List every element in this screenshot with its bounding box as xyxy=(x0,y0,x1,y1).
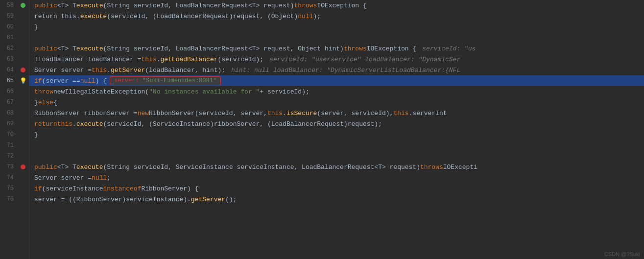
code-token: { xyxy=(53,99,57,106)
code-token: server = ((RibbonServer)serviceInstance)… xyxy=(34,196,191,203)
code-token: if xyxy=(34,185,42,192)
code-editor: 5859🔖60🔖6162🔖63🔖6465💡66🔖67🔖68🔖69🔖70🔖71🔖7… xyxy=(0,0,644,259)
line-number: 64 xyxy=(0,65,18,75)
code-token: "No instances available for " xyxy=(149,88,260,95)
code-token: <T> T xyxy=(57,2,76,9)
gutter-row: 71🔖 xyxy=(0,140,29,151)
bookmark-icon: 🔖 xyxy=(20,132,26,138)
code-line xyxy=(29,32,644,43)
line-number: 76 xyxy=(0,194,18,205)
debug-tooltip: server: "Suki-Eumenides:8081" xyxy=(110,76,221,85)
bookmark-icon: 🔖 xyxy=(20,13,26,19)
code-token: (server, serviceId), xyxy=(317,110,393,117)
code-token: + serviceId); xyxy=(260,88,309,95)
code-token: RibbonServer(serviceId, server, xyxy=(149,110,267,117)
line-number: 61 xyxy=(0,32,18,43)
code-token: return xyxy=(34,120,57,128)
code-token: public xyxy=(34,2,57,9)
error-icon xyxy=(21,165,25,169)
code-token: execute xyxy=(76,164,103,171)
breakpoint-icon[interactable] xyxy=(21,3,25,8)
line-number: 72 xyxy=(0,151,18,162)
code-token: (serviceInstance xyxy=(42,185,103,192)
code-token: } xyxy=(34,24,38,31)
code-line: } xyxy=(29,22,644,32)
code-line: RibbonServer ribbonServer = new RibbonSe… xyxy=(29,108,644,118)
code-token: execute xyxy=(76,2,103,9)
code-token: RibbonServer) { xyxy=(141,185,198,192)
code-token: ) { xyxy=(95,77,107,85)
code-line: public <T> T execute(String serviceId, S… xyxy=(29,162,644,172)
code-token: (serviceId); xyxy=(218,56,264,63)
code-token: throws xyxy=(420,164,443,171)
code-line: } else { xyxy=(29,97,644,108)
code-token: throws xyxy=(344,45,367,52)
code-token: (server == xyxy=(42,77,80,85)
code-line: return this.execute(serviceId, (LoadBala… xyxy=(29,11,644,22)
line-number: 58 xyxy=(0,0,18,11)
code-token: IOException { xyxy=(317,2,366,9)
gutter-row: 73 xyxy=(0,162,29,172)
bookmark-icon: 🔖 xyxy=(20,24,26,30)
bookmark-icon: 🔖 xyxy=(20,99,26,105)
code-token: null xyxy=(298,13,313,20)
gutter-row: 68🔖 xyxy=(0,108,29,118)
line-number: 66 xyxy=(0,86,18,97)
tooltip-value: "Suki-Eumenides:8081" xyxy=(143,77,216,84)
code-token: (String serviceId, ServiceInstance servi… xyxy=(103,164,420,171)
code-token: } xyxy=(34,131,38,139)
line-number: 74 xyxy=(0,172,18,183)
bulb-icon[interactable]: 💡 xyxy=(20,77,27,85)
code-token: . xyxy=(283,110,286,117)
code-token: throws xyxy=(294,2,317,9)
line-number: 69 xyxy=(0,118,18,129)
code-token: (serviceId, (ServiceInstance)ribbonServe… xyxy=(103,120,382,128)
debug-hint: serviceId: "us xyxy=(422,45,476,52)
code-token: Server server = xyxy=(34,67,92,74)
code-token: new xyxy=(138,110,149,117)
line-number: 73 xyxy=(0,162,18,172)
code-token: IllegalStateException xyxy=(65,88,145,95)
code-token: (loadBalancer, hint); xyxy=(145,67,225,74)
line-number: 67 xyxy=(0,97,18,108)
line-number: 59 xyxy=(0,11,18,22)
code-token: isSecure xyxy=(286,110,317,117)
line-gutter: 5859🔖60🔖6162🔖63🔖6465💡66🔖67🔖68🔖69🔖70🔖71🔖7… xyxy=(0,0,29,259)
code-token: null xyxy=(80,77,95,85)
line-number: 71 xyxy=(0,140,18,151)
gutter-row: 66🔖 xyxy=(0,86,29,97)
code-line: if (serviceInstance instanceof RibbonSer… xyxy=(29,183,644,194)
code-token: RibbonServer ribbonServer = xyxy=(34,110,138,117)
code-token: this xyxy=(92,67,107,74)
code-token: public xyxy=(34,164,57,171)
error-icon xyxy=(21,68,25,72)
code-token: execute xyxy=(76,45,103,52)
code-token: (); xyxy=(225,196,237,203)
code-line: public <T> T execute(String serviceId, L… xyxy=(29,43,644,54)
line-number: 75 xyxy=(0,183,18,194)
code-token: getServer xyxy=(111,67,145,74)
gutter-row: 72 xyxy=(0,151,29,162)
code-token: (serviceId, (LoadBalancerRequest)request… xyxy=(107,13,298,20)
line-number: 65 xyxy=(0,75,18,86)
gutter-row: 64 xyxy=(0,65,29,75)
code-token: ); xyxy=(313,13,321,20)
gutter-row: 75🔖 xyxy=(0,183,29,194)
gutter-row: 70🔖 xyxy=(0,129,29,140)
tooltip-label: server: xyxy=(114,77,143,84)
code-line: Server server = this.getServer(loadBalan… xyxy=(29,65,644,75)
bookmark-icon: 🔖 xyxy=(20,121,26,127)
bookmark-icon: 🔖 xyxy=(20,56,26,62)
code-token: IOException { xyxy=(367,45,416,52)
code-line: } xyxy=(29,129,644,140)
code-token: } xyxy=(34,99,38,106)
code-token: instanceof xyxy=(103,185,141,192)
gutter-row: 58 xyxy=(0,0,29,11)
code-token: return this. xyxy=(34,13,80,20)
code-line: throw new IllegalStateException("No inst… xyxy=(29,86,644,97)
code-token: public xyxy=(34,45,57,52)
code-token: if xyxy=(34,77,42,85)
code-token: Server server = xyxy=(34,174,92,182)
code-token: (String serviceId, LoadBalancerRequest<T… xyxy=(103,45,343,52)
code-token: getLoadBalancer xyxy=(160,56,217,63)
